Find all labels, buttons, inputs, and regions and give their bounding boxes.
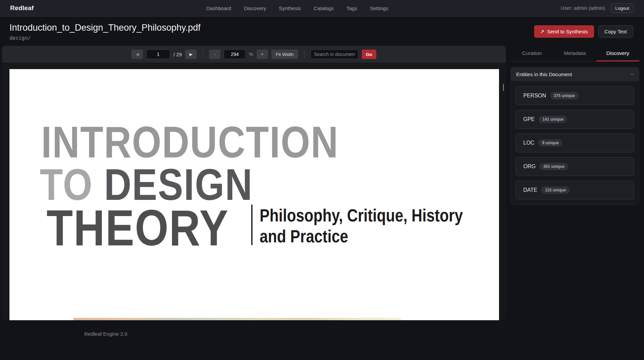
sidebar-tabs: Curation Metadata Discovery: [510, 46, 639, 62]
send-to-synthesis-button[interactable]: ↗ Send to Synthesis: [534, 25, 594, 38]
top-nav: Redleaf Dashboard Discovery Synthesis Ca…: [0, 0, 644, 17]
pdf-scroll-area[interactable]: INTRODUCTION TO DESIGN THEORY Philosophy…: [2, 63, 506, 320]
header-actions: ↗ Send to Synthesis Copy Text: [534, 25, 633, 38]
entity-count-badge: 451 unique: [539, 163, 568, 170]
entities-panel-title: Entities in this Document: [516, 71, 572, 77]
entity-count-badge: 141 unique: [539, 116, 567, 123]
previous-page-button[interactable]: ◀: [131, 50, 143, 59]
nav-item-catalogs[interactable]: Catalogs: [314, 5, 333, 11]
tab-metadata[interactable]: Metadata: [553, 46, 596, 61]
cover-subtitle: Philosophy, Critique, History and Practi…: [260, 205, 463, 247]
entity-card-date[interactable]: DATE 115 unique: [516, 181, 634, 200]
tab-curation[interactable]: Curation: [510, 46, 553, 61]
entity-label: PERSON: [523, 93, 546, 99]
next-page-preview-strip: [74, 318, 401, 320]
document-path: design/: [9, 35, 201, 41]
viewer-scrollbar-thumb[interactable]: [503, 84, 504, 91]
brand-logo[interactable]: Redleaf: [10, 4, 34, 12]
footer-engine-label: Redleaf Engine 2.0: [84, 331, 644, 337]
copy-text-button[interactable]: Copy Text: [598, 25, 633, 38]
nav-item-settings[interactable]: Settings: [370, 5, 388, 11]
page-total-label: / 29: [173, 52, 182, 57]
cover-divider-bar: [251, 205, 253, 245]
previous-page-icon: ◀: [136, 52, 139, 57]
nav-item-dashboard[interactable]: Dashboard: [206, 5, 231, 11]
zoom-out-button[interactable]: -: [209, 50, 221, 59]
send-to-synthesis-label: Send to Synthesis: [547, 29, 588, 34]
document-title-block: Introduction_to_Design_Theory_Philosophy…: [9, 23, 201, 41]
cover-subtitle-line2: and Practice: [260, 226, 463, 247]
entity-card-gpe[interactable]: GPE 141 unique: [516, 110, 634, 129]
zoom-in-button[interactable]: +: [257, 50, 268, 59]
document-header: Introduction_to_Design_Theory_Philosophy…: [0, 17, 644, 46]
entity-card-org[interactable]: ORG 451 unique: [516, 157, 634, 176]
entity-label: GPE: [523, 116, 535, 122]
nav-links: Dashboard Discovery Synthesis Catalogs T…: [34, 5, 561, 11]
entity-card-loc[interactable]: LOC 9 unique: [516, 133, 634, 152]
entities-panel: Entities in this Document − PERSON 375 u…: [510, 67, 639, 205]
toolbar-divider: [304, 50, 304, 58]
cover-title-line3: THEORY: [47, 199, 229, 257]
entity-count-badge: 9 unique: [538, 139, 562, 147]
arrow-up-right-icon: ↗: [540, 29, 545, 35]
percent-label: %: [249, 52, 253, 57]
logout-button[interactable]: Logout: [611, 3, 634, 13]
right-sidebar: Curation Metadata Discovery Entities in …: [510, 46, 639, 205]
next-page-icon: ▶: [189, 52, 193, 57]
entity-count-badge: 115 unique: [541, 186, 569, 194]
tab-discovery[interactable]: Discovery: [596, 46, 639, 61]
entity-label: DATE: [523, 187, 537, 193]
entity-count-badge: 375 unique: [550, 92, 579, 99]
entities-list: PERSON 375 unique GPE 141 unique LOC 9 u…: [511, 81, 639, 205]
search-go-button[interactable]: Go: [362, 50, 376, 59]
nav-item-tags[interactable]: Tags: [347, 5, 357, 11]
pdf-toolbar: ◀ / 29 ▶ - % + Fit Width Go: [2, 46, 506, 63]
toolbar-divider: [203, 50, 203, 58]
entities-panel-header[interactable]: Entities in this Document −: [511, 67, 639, 81]
nav-right: User: admin (admin) Logout: [561, 3, 634, 13]
page-number-input[interactable]: [146, 50, 170, 59]
collapse-icon[interactable]: −: [631, 71, 634, 78]
search-in-document-input[interactable]: [311, 50, 358, 59]
pdf-page: INTRODUCTION TO DESIGN THEORY Philosophy…: [9, 69, 499, 320]
fit-width-button[interactable]: Fit Width: [271, 50, 298, 59]
user-label: User: admin (admin): [561, 5, 605, 11]
entity-label: LOC: [523, 140, 534, 146]
main-area: ◀ / 29 ▶ - % + Fit Width Go INTRODUCTION…: [0, 46, 644, 320]
next-page-button[interactable]: ▶: [185, 50, 197, 59]
cover-subtitle-line1: Philosophy, Critique, History: [260, 205, 463, 226]
entity-card-person[interactable]: PERSON 375 unique: [516, 86, 634, 105]
nav-item-discovery[interactable]: Discovery: [244, 5, 266, 11]
document-title: Introduction_to_Design_Theory_Philosophy…: [9, 23, 201, 33]
zoom-level-input[interactable]: [224, 50, 245, 59]
entity-label: ORG: [523, 163, 535, 170]
pdf-viewer-panel: ◀ / 29 ▶ - % + Fit Width Go INTRODUCTION…: [2, 46, 506, 320]
nav-item-synthesis[interactable]: Synthesis: [279, 5, 301, 11]
